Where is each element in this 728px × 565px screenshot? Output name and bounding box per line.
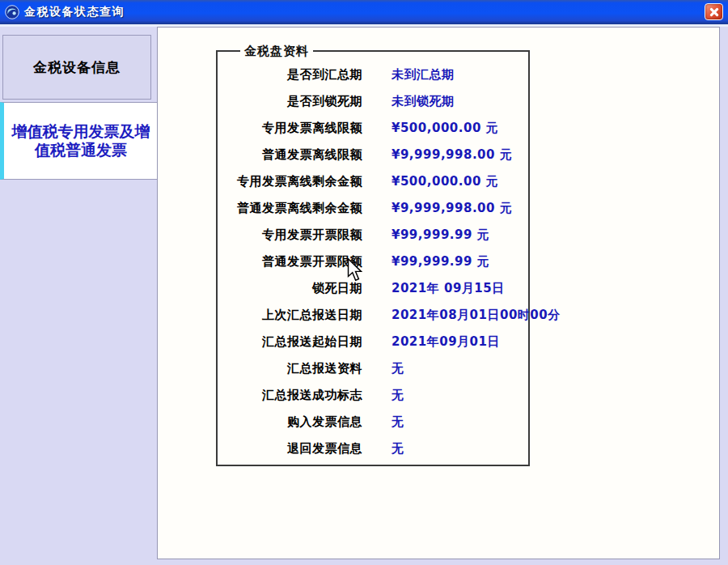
content-panel: 金税盘资料 是否到汇总期 未到汇总期 是否到锁死期 未到锁死期 专用发票离线限额…: [157, 27, 720, 559]
sidebar-tab-device-info[interactable]: 金税设备信息: [2, 35, 151, 100]
mouse-cursor-icon: [347, 258, 362, 282]
close-icon: [705, 4, 722, 19]
sidebar-tab-vat-invoice-selected[interactable]: 增值税专用发票及增值税普通发票: [0, 102, 158, 180]
field-rows: 是否到汇总期 未到汇总期 是否到锁死期 未到锁死期 专用发票离线限额 ¥500,…: [218, 62, 528, 462]
field-label: 专用发票离线限额: [218, 121, 362, 136]
field-value: 无: [392, 414, 404, 430]
field-value: ¥99,999.99 元: [392, 227, 489, 243]
field-label: 专用发票离线剩余金额: [218, 174, 362, 189]
field-row: 汇总报送起始日期 2021年09月01日: [218, 329, 528, 355]
field-value: ¥500,000.00 元: [392, 121, 498, 136]
field-label: 购入发票信息: [218, 414, 362, 430]
field-value: 无: [392, 441, 404, 457]
close-button[interactable]: [705, 3, 723, 20]
field-row: 专用发票开票限额 ¥99,999.99 元: [218, 222, 528, 249]
field-row: 汇总报送成功标志 无: [218, 382, 528, 409]
title-bar[interactable]: 金税设备状态查询: [0, 0, 728, 24]
field-label: 退回发票信息: [218, 441, 362, 457]
field-value: 2021年08月01日00时00分: [392, 308, 561, 323]
field-value: ¥9,999,998.00 元: [392, 147, 512, 163]
field-row: 专用发票离线剩余金额 ¥500,000.00 元: [218, 168, 528, 195]
groupbox-tax-disk-data: 金税盘资料 是否到汇总期 未到汇总期 是否到锁死期 未到锁死期 专用发票离线限额…: [216, 50, 530, 466]
field-value: ¥9,999,998.00 元: [392, 201, 512, 216]
field-value: ¥500,000.00 元: [392, 174, 498, 189]
field-row: 普通发票开票限额 ¥99,999.99 元: [218, 249, 528, 275]
field-value: 未到锁死期: [392, 94, 455, 109]
field-label: 是否到锁死期: [218, 94, 362, 109]
application-window: 金税设备状态查询 金税设备信息 增值税专用发票及增值税普通发票 金税盘资料 是否…: [0, 0, 728, 565]
field-value: 未到汇总期: [392, 67, 455, 83]
field-label: 汇总报送成功标志: [218, 388, 362, 403]
field-label: 汇总报送起始日期: [218, 334, 362, 350]
field-row: 是否到汇总期 未到汇总期: [218, 62, 528, 88]
field-row: 专用发票离线限额 ¥500,000.00 元: [218, 115, 528, 142]
field-value: 无: [392, 388, 404, 403]
groupbox-title: 金税盘资料: [240, 44, 313, 59]
field-label: 专用发票开票限额: [218, 227, 362, 243]
field-value: 2021年 09月15日: [392, 281, 505, 296]
field-row: 是否到锁死期 未到锁死期: [218, 88, 528, 115]
field-row: 锁死日期 2021年 09月15日: [218, 275, 528, 302]
field-row: 普通发票离线限额 ¥9,999,998.00 元: [218, 142, 528, 168]
field-label: 上次汇总报送日期: [218, 308, 362, 323]
field-label: 普通发票开票限额: [218, 254, 362, 270]
field-row: 普通发票离线剩余金额 ¥9,999,998.00 元: [218, 195, 528, 222]
field-value: 2021年09月01日: [392, 334, 500, 350]
field-row: 购入发票信息 无: [218, 409, 528, 435]
field-value: 无: [392, 361, 404, 376]
field-row: 退回发票信息 无: [218, 435, 528, 462]
app-logo-icon: [5, 5, 19, 19]
field-row: 汇总报送资料 无: [218, 355, 528, 382]
field-label: 锁死日期: [218, 281, 362, 296]
window-title: 金税设备状态查询: [24, 5, 125, 19]
field-value: ¥99,999.99 元: [392, 254, 489, 270]
field-row: 上次汇总报送日期 2021年08月01日00时00分: [218, 302, 528, 329]
field-label: 是否到汇总期: [218, 67, 362, 83]
field-label: 汇总报送资料: [218, 361, 362, 376]
field-label: 普通发票离线限额: [218, 147, 362, 163]
field-label: 普通发票离线剩余金额: [218, 201, 362, 216]
